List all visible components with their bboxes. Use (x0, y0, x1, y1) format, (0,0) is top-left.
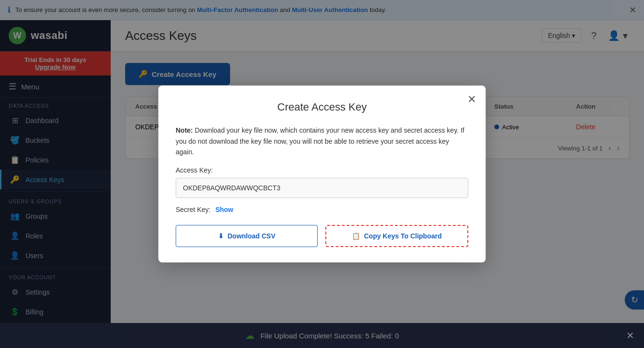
modal-title: Create Access Key (176, 101, 468, 113)
modal-close-button[interactable]: ✕ (467, 93, 476, 106)
modal-note: Note: Download your key file now, which … (176, 125, 468, 157)
copy-keys-to-clipboard-button[interactable]: 📋 Copy Keys To Clipboard (325, 225, 468, 247)
note-label: Note: (176, 126, 193, 134)
access-key-label: Access Key: (176, 166, 468, 174)
create-access-key-modal: Create Access Key ✕ Note: Download your … (158, 86, 486, 262)
clipboard-icon: 📋 (352, 232, 360, 240)
download-icon: ⬇ (218, 232, 224, 240)
download-csv-button[interactable]: ⬇ Download CSV (176, 225, 318, 247)
modal-actions: ⬇ Download CSV 📋 Copy Keys To Clipboard (176, 225, 468, 247)
secret-key-row: Secret Key: Show (176, 206, 468, 213)
access-key-input[interactable] (176, 178, 468, 198)
modal-overlay[interactable]: Create Access Key ✕ Note: Download your … (0, 0, 644, 348)
note-text: Download your key file now, which contai… (176, 126, 464, 156)
secret-key-label: Secret Key: (176, 206, 210, 213)
show-secret-button[interactable]: Show (215, 206, 233, 213)
